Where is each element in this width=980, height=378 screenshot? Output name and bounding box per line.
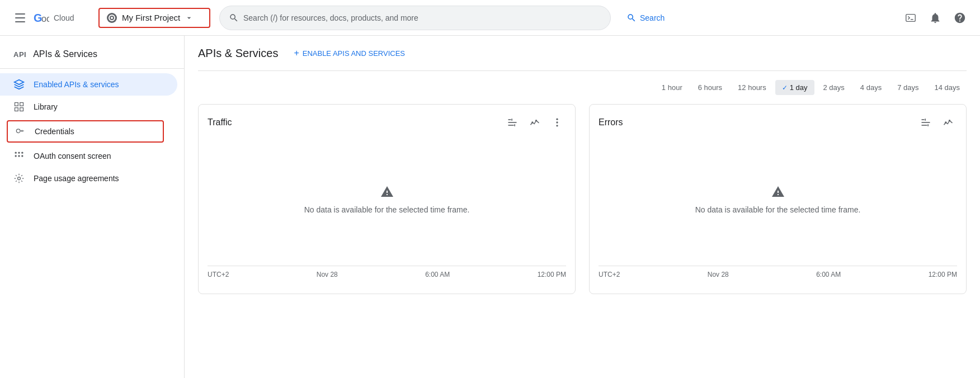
svg-rect-6 — [906, 14, 916, 21]
traffic-x-label-1: Nov 28 — [317, 271, 338, 278]
svg-point-15 — [21, 152, 23, 154]
svg-point-35 — [945, 121, 946, 123]
sidebar-item-page-usage[interactable]: Page usage agreements — [0, 167, 177, 190]
google-cloud-logo[interactable]: G oogle Cloud — [34, 10, 87, 26]
traffic-legend-icon[interactable] — [503, 114, 521, 131]
main-content: APIs & Services + ENABLE APIS AND SERVIC… — [185, 36, 980, 378]
sidebar: API APIs & Services Enabled APIs & servi… — [0, 36, 185, 378]
svg-rect-10 — [15, 108, 18, 111]
svg-point-5 — [111, 17, 113, 19]
time-filter-1hour[interactable]: 1 hour — [655, 80, 689, 95]
traffic-chart-card: Traffic — [198, 104, 576, 294]
search-bar[interactable]: Search (/) for resources, docs, products… — [219, 6, 611, 30]
page-header: APIs & Services + ENABLE APIS AND SERVIC… — [198, 36, 967, 71]
sidebar-item-credentials[interactable]: Credentials — [7, 120, 164, 143]
errors-chart-header: Errors — [599, 114, 957, 131]
svg-rect-8 — [15, 103, 18, 106]
search-button[interactable]: Search — [620, 10, 671, 26]
time-filter-12hours[interactable]: 12 hours — [731, 80, 773, 95]
svg-point-18 — [21, 155, 23, 157]
errors-chart-title: Errors — [599, 117, 623, 127]
sidebar-item-oauth-label: OAuth consent screen — [34, 152, 111, 160]
errors-x-label-2: 6:00 AM — [816, 271, 841, 278]
errors-legend-icon[interactable] — [917, 114, 935, 131]
svg-point-36 — [949, 120, 950, 121]
sidebar-item-credentials-label: Credentials — [35, 127, 74, 136]
sidebar-item-enabled-apis-label: Enabled APIs & services — [34, 80, 119, 89]
sidebar-item-library-label: Library — [34, 102, 58, 111]
errors-warning-icon — [771, 185, 785, 199]
plus-icon: + — [294, 48, 299, 58]
time-filter-12hours-label: 12 hours — [738, 83, 766, 92]
svg-point-27 — [556, 119, 558, 120]
traffic-chart-title: Traffic — [208, 117, 232, 127]
errors-chart-body: No data is available for the selected ti… — [599, 138, 957, 261]
project-selector[interactable]: My First Project — [98, 8, 210, 28]
time-filter-14days-label: 14 days — [934, 83, 960, 92]
errors-x-label-0: UTC+2 — [599, 271, 620, 278]
search-button-label: Search — [640, 13, 665, 22]
sidebar-title: APIs & Services — [33, 49, 97, 59]
charts-grid: Traffic — [198, 104, 967, 294]
traffic-x-label-3: 12:00 PM — [538, 271, 566, 278]
svg-point-19 — [18, 177, 21, 180]
search-icon — [229, 13, 239, 23]
time-filter-1hour-label: 1 hour — [662, 83, 682, 92]
library-icon — [13, 101, 25, 112]
hamburger-menu-icon[interactable] — [9, 7, 31, 29]
errors-chart-actions — [917, 114, 957, 131]
help-icon[interactable] — [949, 7, 971, 29]
time-filter-6hours-label: 6 hours — [698, 83, 722, 92]
errors-x-label-1: Nov 28 — [708, 271, 729, 278]
traffic-warning-icon — [380, 185, 394, 199]
sidebar-item-enabled-apis[interactable]: Enabled APIs & services — [0, 73, 177, 96]
svg-point-16 — [15, 155, 17, 157]
search-button-icon — [626, 13, 637, 23]
svg-text:oogle: oogle — [41, 13, 49, 23]
dropdown-arrow-icon — [185, 13, 194, 22]
top-nav: G oogle Cloud My First Project Search (/… — [0, 0, 980, 36]
time-filter-2days-label: 2 days — [823, 83, 845, 92]
notifications-icon[interactable] — [924, 7, 946, 29]
errors-metrics-icon[interactable] — [939, 114, 957, 131]
time-filter-7days-label: 7 days — [897, 83, 918, 92]
time-filter-1day[interactable]: ✓ 1 day — [775, 80, 814, 95]
errors-x-label-3: 12:00 PM — [929, 271, 957, 278]
svg-rect-9 — [20, 103, 23, 106]
svg-point-14 — [18, 152, 20, 154]
traffic-chart-body: No data is available for the selected ti… — [208, 138, 566, 261]
time-filter-6hours[interactable]: 6 hours — [691, 80, 729, 95]
traffic-more-icon[interactable] — [548, 114, 566, 131]
traffic-x-label-0: UTC+2 — [208, 271, 229, 278]
cloud-shell-icon[interactable] — [899, 7, 922, 29]
enable-apis-button[interactable]: + ENABLE APIS AND SERVICES — [287, 45, 412, 62]
svg-text:Cloud: Cloud — [54, 13, 74, 22]
errors-chart-card: Errors — [589, 104, 967, 294]
page-usage-icon — [13, 173, 25, 184]
search-placeholder: Search (/) for resources, docs, products… — [243, 13, 601, 22]
sidebar-item-library[interactable]: Library — [0, 96, 177, 118]
time-filter-7days[interactable]: 7 days — [891, 80, 925, 95]
svg-point-13 — [15, 152, 17, 154]
sidebar-header: API APIs & Services — [0, 40, 184, 69]
time-filter: 1 hour 6 hours 12 hours ✓ 1 day 2 days 4… — [198, 80, 967, 95]
svg-point-12 — [16, 129, 20, 133]
traffic-metrics-icon[interactable] — [526, 114, 544, 131]
checkmark-icon: ✓ — [782, 84, 788, 92]
svg-point-28 — [556, 121, 558, 123]
traffic-no-data-text: No data is available for the selected ti… — [304, 205, 470, 214]
errors-no-data-text: No data is available for the selected ti… — [695, 205, 861, 214]
svg-point-25 — [531, 121, 533, 123]
enabled-apis-icon — [13, 79, 25, 90]
traffic-x-axis: UTC+2 Nov 28 6:00 AM 12:00 PM — [208, 266, 566, 278]
time-filter-14days[interactable]: 14 days — [927, 80, 967, 95]
sidebar-item-oauth[interactable]: OAuth consent screen — [0, 145, 177, 167]
api-badge: API — [13, 50, 26, 59]
time-filter-4days[interactable]: 4 days — [854, 80, 888, 95]
time-filter-4days-label: 4 days — [860, 83, 882, 92]
svg-point-29 — [556, 125, 558, 126]
project-name: My First Project — [122, 13, 180, 22]
oauth-icon — [13, 150, 25, 162]
traffic-chart-header: Traffic — [208, 114, 566, 131]
time-filter-2days[interactable]: 2 days — [817, 80, 851, 95]
